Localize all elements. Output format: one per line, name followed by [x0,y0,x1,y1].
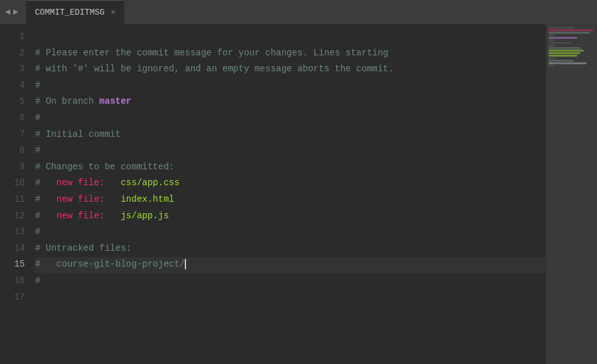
line-num-1: 1 [0,29,25,46]
nav-left-icon[interactable]: ◄ [5,7,10,17]
code-line-16: # [35,274,546,290]
line-num-11: 11 [0,192,25,209]
line-num-17: 17 [0,290,25,307]
code-line-9: # Changes to be committed: [35,160,546,176]
code-line-11: # new file: index.html [35,192,546,209]
line-num-16: 16 [0,274,25,290]
line-num-15: 15 [0,257,25,274]
line-num-8: 8 [0,143,25,160]
code-line-15: # course-git-blog-project/ [35,257,546,274]
line-num-4: 4 [0,78,25,95]
code-content[interactable]: # Please enter the commit message for yo… [35,24,546,364]
code-line-6: # [35,111,546,127]
code-line-2: # Please enter the commit message for yo… [35,46,546,62]
minimap [546,24,597,364]
code-line-1 [35,29,546,46]
code-line-5: # On branch master [35,94,546,111]
editor-area: 1 2 3 4 5 6 7 8 9 10 11 12 13 14 15 16 1… [0,24,597,364]
line-num-12: 12 [0,209,25,225]
line-num-9: 9 [0,160,25,176]
code-line-8: # [35,143,546,160]
code-line-3: # with '#' will be ignored, and an empty… [35,62,546,78]
line-num-2: 2 [0,46,25,62]
line-num-7: 7 [0,127,25,144]
title-bar: ◄ ► COMMIT_EDITMSG × [0,0,597,24]
code-line-7: # Initial commit [35,127,546,144]
line-num-10: 10 [0,176,25,192]
code-line-14: # Untracked files: [35,241,546,258]
tab-label: COMMIT_EDITMSG [35,8,104,17]
tab[interactable]: COMMIT_EDITMSG × [26,0,124,24]
code-line-12: # new file: js/app.js [35,209,546,225]
line-num-5: 5 [0,94,25,111]
code-line-10: # new file: css/app.css [35,176,546,192]
line-num-3: 3 [0,62,25,78]
line-numbers: 1 2 3 4 5 6 7 8 9 10 11 12 13 14 15 16 1… [0,24,35,364]
line-num-13: 13 [0,225,25,241]
code-line-4: # [35,78,546,95]
nav-right-icon[interactable]: ► [13,7,18,17]
code-line-17 [35,290,546,307]
line-num-14: 14 [0,241,25,258]
nav-arrows[interactable]: ◄ ► [5,7,18,17]
code-line-13: # [35,225,546,241]
line-num-6: 6 [0,111,25,127]
tab-close-button[interactable]: × [111,9,115,17]
